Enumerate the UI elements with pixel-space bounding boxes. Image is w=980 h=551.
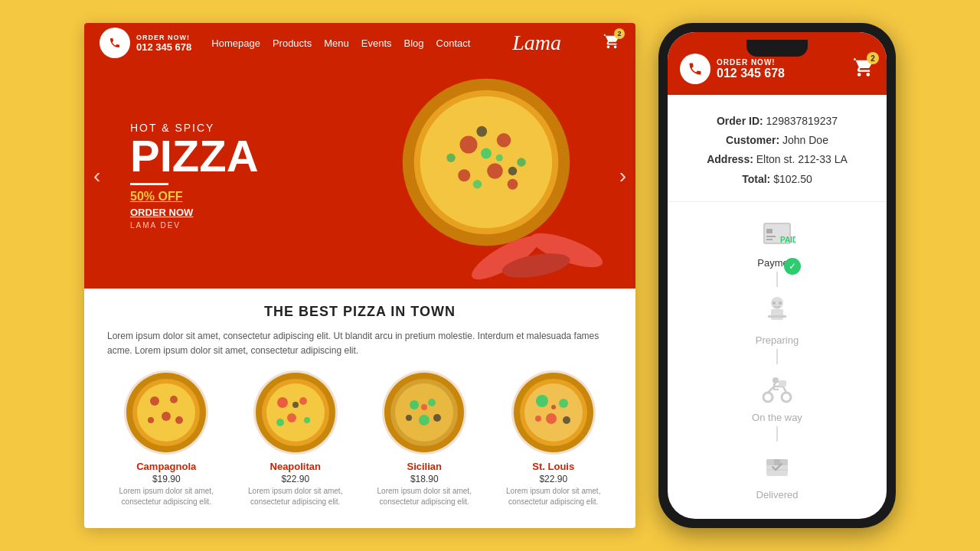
order-status: PAID ✓ Payment — [668, 202, 887, 519]
order-id-value: 129837819237 — [766, 115, 838, 127]
pizza-card-neapolitan: Neapolitan $22.90 Lorem ipsum dolor sit … — [237, 370, 355, 507]
order-id-line: Order ID: 129837819237 — [683, 112, 871, 131]
connector-2 — [776, 349, 778, 364]
svg-point-33 — [276, 419, 284, 426]
pizza-name-1: Neapolitan — [237, 461, 355, 472]
svg-point-31 — [287, 413, 296, 422]
order-customer-line: Customer: John Doe — [683, 131, 871, 150]
order-customer-value: John Doe — [782, 134, 828, 146]
website-preview: ORDER NOW! 012 345 678 Homepage Products… — [84, 23, 635, 528]
hero-divider — [130, 183, 168, 185]
svg-point-32 — [304, 417, 310, 423]
svg-point-10 — [496, 155, 503, 161]
pizza-image-sicilian — [382, 370, 466, 455]
connector-3 — [776, 426, 778, 442]
nav-order-label: ORDER NOW! — [136, 34, 191, 41]
svg-point-13 — [476, 126, 487, 137]
svg-rect-70 — [774, 459, 780, 465]
phone-cart-badge: 2 — [867, 52, 879, 64]
nav-links: Homepage Products Menu Events Blog Conta… — [211, 37, 470, 49]
svg-point-65 — [782, 393, 791, 402]
svg-point-5 — [487, 163, 503, 179]
svg-point-48 — [559, 399, 568, 408]
svg-point-67 — [773, 377, 779, 383]
brand-logo: Lama — [482, 31, 591, 55]
svg-point-62 — [773, 302, 776, 305]
preparing-icon — [760, 294, 794, 328]
phone-number: 012 345 678 — [717, 67, 785, 80]
pizza-name-0: Campagnola — [107, 461, 226, 472]
svg-point-40 — [419, 415, 430, 425]
status-delivered-label: Delivered — [756, 489, 799, 500]
svg-point-14 — [508, 167, 518, 176]
svg-point-52 — [551, 405, 556, 409]
svg-point-7 — [508, 179, 518, 190]
svg-point-30 — [299, 397, 307, 405]
status-onway-icon-wrap — [756, 367, 798, 409]
pizza-image-stlouis — [511, 370, 596, 455]
svg-text:PAID: PAID — [780, 236, 795, 244]
status-onway-label: On the way — [752, 412, 802, 423]
svg-point-22 — [170, 396, 178, 403]
hero-next-arrow[interactable]: › — [619, 164, 626, 188]
svg-point-37 — [395, 383, 453, 442]
svg-point-6 — [458, 169, 470, 181]
svg-point-25 — [175, 416, 183, 424]
order-address-line: Address: Elton st. 212-33 LA — [683, 150, 871, 169]
phone-cart[interactable]: 2 — [853, 57, 874, 81]
pizzas-grid: Campagnola $19.90 Lorem ipsum dolor sit … — [107, 370, 612, 507]
status-payment-icon-wrap: PAID ✓ — [756, 213, 798, 254]
phone-svg — [109, 37, 121, 49]
svg-point-34 — [292, 402, 299, 408]
svg-rect-61 — [768, 315, 786, 318]
payment-icon: PAID — [759, 215, 795, 252]
pizza-card-campagnola: Campagnola $19.90 Lorem ipsum dolor sit … — [107, 370, 226, 507]
nav-menu[interactable]: Menu — [324, 37, 349, 49]
nav-phone-icon — [100, 28, 130, 58]
nav-products[interactable]: Products — [273, 37, 312, 49]
order-total-label: Total: — [742, 173, 770, 185]
svg-point-50 — [535, 416, 541, 422]
svg-point-24 — [148, 417, 154, 423]
order-customer-label: Customer: — [726, 134, 779, 146]
phone-icon-circle — [680, 54, 710, 84]
status-preparing-icon-wrap — [756, 290, 798, 331]
hero-text: HOT & SPICY PIZZA 50% OFF ORDER NOW LAMA… — [130, 122, 259, 230]
svg-point-21 — [150, 396, 159, 406]
nav-homepage[interactable]: Homepage — [211, 37, 260, 49]
phone-icon — [688, 61, 703, 77]
status-ontheway: On the way — [752, 367, 802, 423]
phone-screen: ORDER NOW! 012 345 678 2 Order ID: 12983… — [668, 32, 887, 519]
nav-blog[interactable]: Blog — [404, 37, 424, 49]
svg-point-2 — [420, 96, 553, 229]
svg-point-8 — [481, 148, 492, 159]
svg-point-49 — [546, 413, 557, 424]
mobile-phone: ORDER NOW! 012 345 678 2 Order ID: 12983… — [658, 23, 896, 528]
pizza-image-neapolitan — [253, 370, 338, 455]
order-address-value: Elton st. 212-33 LA — [756, 153, 848, 165]
hero-prev-arrow[interactable]: ‹ — [93, 164, 100, 188]
nav-cart[interactable]: 2 — [603, 33, 620, 53]
order-id-label: Order ID: — [717, 115, 763, 127]
svg-point-4 — [497, 133, 511, 147]
pizza-name-3: St. Louis — [495, 461, 613, 472]
pizza-price-1: $22.90 — [237, 474, 355, 484]
hero-order-btn[interactable]: ORDER NOW — [130, 207, 259, 218]
status-preparing: Preparing — [756, 290, 799, 346]
payment-check: ✓ — [784, 258, 801, 275]
pizza-desc-2: Lorem ipsum dolor sit amet, consectetur … — [365, 486, 484, 507]
nav-contact[interactable]: Contact — [436, 37, 471, 49]
svg-point-39 — [428, 399, 436, 406]
svg-point-47 — [536, 395, 548, 407]
svg-point-41 — [406, 415, 412, 421]
svg-point-63 — [779, 302, 782, 305]
section-desc: Lorem ipsum dolor sit amet, consectetur … — [107, 329, 612, 358]
nav-events[interactable]: Events — [361, 37, 392, 49]
svg-point-43 — [421, 404, 427, 410]
hero-chili — [459, 220, 612, 281]
svg-point-23 — [162, 412, 171, 421]
hero-banner: ‹ HOT & SPICY PIZZA 50% OFF ORDER NOW LA… — [84, 63, 635, 289]
order-total-line: Total: $102.50 — [683, 170, 871, 189]
order-total-value: $102.50 — [773, 173, 812, 185]
svg-point-11 — [446, 154, 456, 163]
